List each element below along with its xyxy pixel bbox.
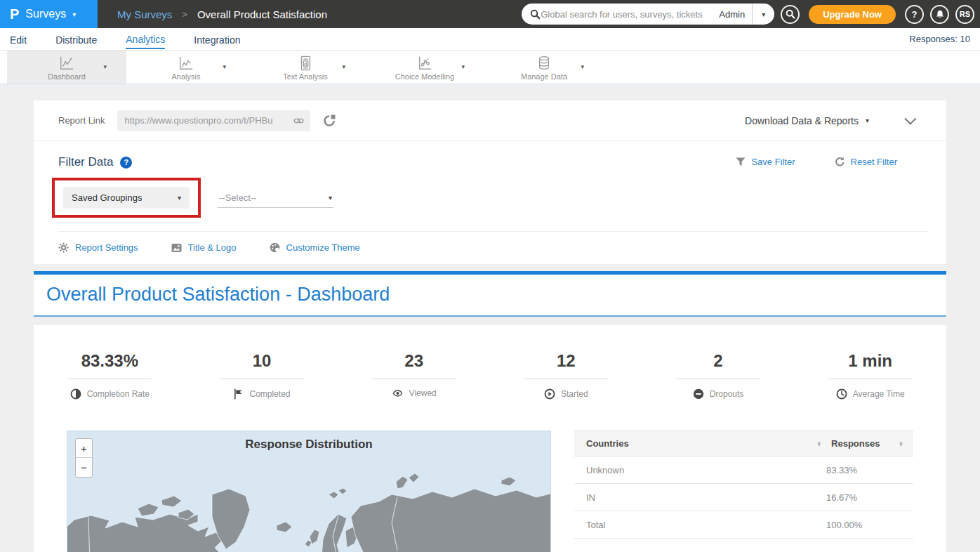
responses-cell: 16.67% [826, 492, 903, 503]
filter-zone: Filter Data ? Save Filter Reset Filter S… [34, 141, 946, 264]
global-search-input[interactable] [541, 9, 712, 20]
nav-distribute[interactable]: Distribute [55, 30, 97, 48]
top-header: P Surveys ▾ My Surveys > Overall Product… [0, 0, 980, 28]
report-link-url: https://www.questionpro.com/t/PHBu [124, 115, 293, 126]
product-switcher[interactable]: P Surveys ▾ [0, 0, 98, 28]
bell-icon [935, 9, 945, 20]
line-chart-icon [178, 54, 194, 71]
search-icon [530, 9, 541, 20]
tab-label: Analysis [172, 72, 201, 81]
tab-label: Manage Data [521, 72, 567, 81]
stat-value: 1 min [848, 351, 892, 371]
table-row: IN 16.67% [574, 484, 913, 511]
stat-label: Completion Rate [87, 389, 150, 399]
chevron-down-icon: ▾ [866, 117, 869, 124]
stat-value: 83.33% [81, 351, 138, 371]
chevron-down-icon[interactable]: ▾ [342, 63, 345, 70]
stat-label: Completed [249, 389, 290, 399]
chevron-down-icon[interactable]: ▾ [461, 63, 465, 70]
report-link-field[interactable]: https://www.questionpro.com/t/PHBu [117, 110, 310, 131]
breadcrumb-current-survey: Overall Product Satisfaction [197, 8, 327, 20]
stat-completion-rate: 83.33% Completion Rate [34, 351, 186, 400]
stat-viewed: 23 Viewed [338, 351, 490, 400]
world-map[interactable] [67, 452, 551, 552]
search-scope-label: Admin [712, 9, 752, 20]
stat-value: 10 [253, 351, 272, 371]
notifications-button[interactable] [930, 5, 949, 24]
responses-cell: 100.00% [826, 520, 903, 530]
page-title: Overall Product Satisfaction - Dashboard [46, 284, 934, 305]
chevron-down-icon[interactable]: ▾ [103, 63, 107, 70]
response-distribution-map[interactable]: Response Distribution + − [67, 431, 551, 552]
link-icon[interactable] [293, 116, 305, 126]
app-name: Surveys [25, 8, 66, 20]
question-mark-icon: ? [912, 9, 918, 20]
reset-filter-label: Reset Filter [851, 157, 897, 167]
tab-manage-data[interactable]: ▾ Manage Data [484, 51, 604, 84]
save-filter-label: Save Filter [751, 157, 795, 167]
countries-table-header: Countries ▲▼ Responses ▲▼ [574, 431, 913, 456]
gear-icon [58, 242, 69, 253]
responses-count[interactable]: Responses: 10 [909, 34, 970, 44]
help-button[interactable]: ? [905, 5, 924, 24]
stat-average-time: 1 min Average Time [794, 351, 946, 400]
report-settings-link[interactable]: Report Settings [58, 242, 138, 253]
title-logo-link[interactable]: Title & Logo [171, 242, 237, 253]
chevron-down-icon: ▾ [178, 194, 181, 202]
download-data-reports[interactable]: Download Data & Reports ▾ [745, 115, 869, 126]
play-circle-icon [544, 388, 555, 400]
edit-link-icon[interactable] [323, 114, 336, 127]
minus-circle-icon [693, 388, 704, 400]
dashboard-section: 83.33% Completion Rate 10 Completed 23 [34, 325, 946, 552]
stat-label: Dropouts [710, 389, 744, 399]
responses-cell: 83.33% [826, 465, 903, 475]
country-cell: Total [586, 520, 816, 530]
tab-text-analysis[interactable]: ▾ Text Analysis [246, 51, 365, 84]
country-cell: Unknown [586, 465, 816, 475]
chevron-down-icon[interactable]: ▾ [581, 63, 584, 70]
breadcrumb-separator: > [182, 9, 187, 20]
column-countries[interactable]: Countries [586, 438, 816, 449]
nav-analytics[interactable]: Analytics [126, 29, 165, 49]
stat-label: Average Time [853, 389, 905, 399]
clock-icon [836, 388, 847, 400]
grouping-value-select[interactable]: --Select-- ▾ [218, 188, 333, 208]
chevron-down-icon[interactable]: ▾ [223, 63, 226, 70]
database-icon [536, 54, 552, 71]
saved-groupings-select[interactable]: Saved Groupings ▾ [63, 187, 190, 209]
breadcrumb-my-surveys[interactable]: My Surveys [117, 8, 172, 20]
tab-dashboard[interactable]: ▾ Dashboard [7, 51, 126, 84]
analytics-tab-strip: ▾ Dashboard ▾ Analysis ▾ Text Analysis ▾… [0, 51, 980, 84]
scatter-chart-icon [416, 54, 433, 71]
stat-value: 2 [713, 351, 722, 371]
tab-choice-modelling[interactable]: ▾ Choice Modelling [365, 51, 484, 84]
highlight-box: Saved Groupings ▾ [52, 178, 201, 218]
stat-label: Viewed [409, 388, 437, 398]
tab-analysis[interactable]: ▾ Analysis [126, 51, 246, 84]
sort-icon[interactable]: ▲▼ [899, 441, 903, 447]
chevron-down-icon: ▾ [329, 194, 332, 202]
image-icon [171, 243, 182, 253]
customize-theme-link[interactable]: Customize Theme [270, 242, 360, 253]
questionpro-logo: P [10, 7, 19, 21]
avatar[interactable]: RS [955, 5, 974, 24]
nav-integration[interactable]: Integration [194, 30, 240, 48]
eye-icon [392, 388, 404, 398]
table-row: Unknown 83.33% [574, 456, 913, 484]
sort-icon[interactable]: ▲▼ [816, 441, 821, 447]
tab-label: Dashboard [48, 72, 86, 81]
nav-edit[interactable]: Edit [10, 30, 27, 48]
search-scope-dropdown[interactable]: ▾ [752, 4, 774, 25]
customize-theme-label: Customize Theme [286, 242, 360, 253]
column-responses[interactable]: Responses [831, 438, 899, 449]
chevron-down-icon: ▾ [762, 11, 765, 18]
upgrade-now-button[interactable]: Upgrade Now [809, 5, 896, 24]
survey-nav: Edit Distribute Analytics Integration Re… [0, 28, 980, 51]
save-filter-button[interactable]: Save Filter [736, 157, 795, 167]
collapse-panel-icon[interactable] [904, 112, 916, 124]
help-tooltip-icon[interactable]: ? [120, 157, 132, 169]
search-icon [786, 9, 795, 19]
stat-dropouts: 2 Dropouts [642, 351, 795, 400]
reset-filter-button[interactable]: Reset Filter [835, 157, 897, 167]
search-button[interactable] [781, 5, 800, 24]
